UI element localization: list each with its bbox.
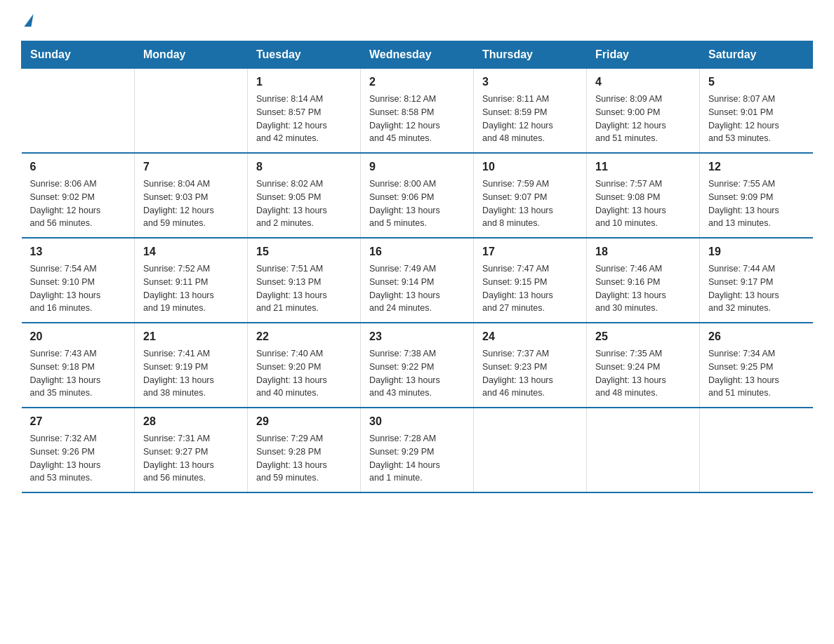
calendar-header-row: SundayMondayTuesdayWednesdayThursdayFrid…: [22, 41, 813, 69]
weekday-header-thursday: Thursday: [474, 41, 587, 69]
calendar-cell: 14Sunrise: 7:52 AMSunset: 9:11 PMDayligh…: [135, 238, 248, 323]
calendar-cell: 5Sunrise: 8:07 AMSunset: 9:01 PMDaylight…: [700, 69, 813, 154]
day-info: Sunrise: 8:14 AMSunset: 8:57 PMDaylight:…: [256, 93, 352, 145]
day-number: 3: [482, 76, 578, 88]
calendar-cell: 29Sunrise: 7:29 AMSunset: 9:28 PMDayligh…: [248, 408, 361, 492]
day-info: Sunrise: 8:00 AMSunset: 9:06 PMDaylight:…: [369, 177, 465, 230]
calendar-cell: 15Sunrise: 7:51 AMSunset: 9:13 PMDayligh…: [248, 238, 361, 323]
day-info: Sunrise: 7:28 AMSunset: 9:29 PMDaylight:…: [369, 432, 465, 485]
day-number: 4: [595, 76, 691, 88]
day-number: 30: [369, 415, 465, 428]
day-number: 26: [708, 330, 805, 343]
day-number: 16: [369, 246, 465, 258]
calendar-cell: 1Sunrise: 8:14 AMSunset: 8:57 PMDaylight…: [248, 69, 361, 154]
logo: [21, 14, 32, 27]
calendar-cell: 9Sunrise: 8:00 AMSunset: 9:06 PMDaylight…: [361, 153, 474, 238]
calendar-cell: [22, 69, 135, 154]
day-info: Sunrise: 7:59 AMSunset: 9:07 PMDaylight:…: [482, 177, 578, 230]
day-number: 2: [369, 76, 465, 88]
calendar-cell: 10Sunrise: 7:59 AMSunset: 9:07 PMDayligh…: [474, 153, 587, 238]
day-info: Sunrise: 7:41 AMSunset: 9:19 PMDaylight:…: [143, 347, 239, 400]
calendar-week-row: 20Sunrise: 7:43 AMSunset: 9:18 PMDayligh…: [22, 323, 813, 408]
calendar-cell: [474, 408, 587, 492]
day-number: 15: [256, 246, 352, 258]
calendar-cell: 27Sunrise: 7:32 AMSunset: 9:26 PMDayligh…: [22, 408, 135, 492]
calendar-week-row: 27Sunrise: 7:32 AMSunset: 9:26 PMDayligh…: [22, 408, 813, 492]
day-info: Sunrise: 7:35 AMSunset: 9:24 PMDaylight:…: [595, 347, 691, 400]
day-info: Sunrise: 7:37 AMSunset: 9:23 PMDaylight:…: [482, 347, 578, 400]
calendar-cell: 19Sunrise: 7:44 AMSunset: 9:17 PMDayligh…: [700, 238, 813, 323]
calendar-table: SundayMondayTuesdayWednesdayThursdayFrid…: [21, 41, 813, 493]
day-info: Sunrise: 7:46 AMSunset: 9:16 PMDaylight:…: [595, 262, 691, 315]
calendar-cell: 4Sunrise: 8:09 AMSunset: 9:00 PMDaylight…: [587, 69, 700, 154]
day-number: 1: [256, 76, 352, 88]
calendar-cell: 26Sunrise: 7:34 AMSunset: 9:25 PMDayligh…: [700, 323, 813, 408]
calendar-week-row: 6Sunrise: 8:06 AMSunset: 9:02 PMDaylight…: [22, 153, 813, 238]
weekday-header-sunday: Sunday: [22, 41, 135, 69]
day-number: 21: [143, 330, 239, 343]
day-info: Sunrise: 7:38 AMSunset: 9:22 PMDaylight:…: [369, 347, 465, 400]
day-number: 28: [143, 415, 239, 428]
calendar-cell: 28Sunrise: 7:31 AMSunset: 9:27 PMDayligh…: [135, 408, 248, 492]
calendar-cell: 17Sunrise: 7:47 AMSunset: 9:15 PMDayligh…: [474, 238, 587, 323]
calendar-cell: 12Sunrise: 7:55 AMSunset: 9:09 PMDayligh…: [700, 153, 813, 238]
day-number: 29: [256, 415, 352, 428]
calendar-cell: 6Sunrise: 8:06 AMSunset: 9:02 PMDaylight…: [22, 153, 135, 238]
day-info: Sunrise: 8:11 AMSunset: 8:59 PMDaylight:…: [482, 93, 578, 145]
calendar-cell: 2Sunrise: 8:12 AMSunset: 8:58 PMDaylight…: [361, 69, 474, 154]
day-info: Sunrise: 8:12 AMSunset: 8:58 PMDaylight:…: [369, 93, 465, 145]
calendar-week-row: 13Sunrise: 7:54 AMSunset: 9:10 PMDayligh…: [22, 238, 813, 323]
calendar-cell: 3Sunrise: 8:11 AMSunset: 8:59 PMDaylight…: [474, 69, 587, 154]
day-number: 27: [30, 415, 126, 428]
calendar-cell: 24Sunrise: 7:37 AMSunset: 9:23 PMDayligh…: [474, 323, 587, 408]
calendar-cell: [587, 408, 700, 492]
day-number: 17: [482, 246, 578, 258]
day-number: 19: [708, 246, 805, 258]
day-info: Sunrise: 8:06 AMSunset: 9:02 PMDaylight:…: [30, 177, 126, 230]
calendar-cell: 30Sunrise: 7:28 AMSunset: 9:29 PMDayligh…: [361, 408, 474, 492]
day-number: 22: [256, 330, 352, 343]
day-number: 13: [30, 246, 126, 258]
day-number: 9: [369, 161, 465, 173]
weekday-header-tuesday: Tuesday: [248, 41, 361, 69]
calendar-cell: 22Sunrise: 7:40 AMSunset: 9:20 PMDayligh…: [248, 323, 361, 408]
weekday-header-friday: Friday: [587, 41, 700, 69]
day-info: Sunrise: 7:51 AMSunset: 9:13 PMDaylight:…: [256, 262, 352, 315]
day-info: Sunrise: 7:31 AMSunset: 9:27 PMDaylight:…: [143, 432, 239, 485]
day-info: Sunrise: 8:04 AMSunset: 9:03 PMDaylight:…: [143, 177, 239, 230]
day-number: 23: [369, 330, 465, 343]
day-number: 6: [30, 161, 126, 173]
day-info: Sunrise: 7:52 AMSunset: 9:11 PMDaylight:…: [143, 262, 239, 315]
calendar-cell: 21Sunrise: 7:41 AMSunset: 9:19 PMDayligh…: [135, 323, 248, 408]
calendar-cell: 13Sunrise: 7:54 AMSunset: 9:10 PMDayligh…: [22, 238, 135, 323]
day-info: Sunrise: 7:32 AMSunset: 9:26 PMDaylight:…: [30, 432, 126, 485]
day-info: Sunrise: 7:55 AMSunset: 9:09 PMDaylight:…: [708, 177, 805, 230]
calendar-cell: 20Sunrise: 7:43 AMSunset: 9:18 PMDayligh…: [22, 323, 135, 408]
day-info: Sunrise: 7:49 AMSunset: 9:14 PMDaylight:…: [369, 262, 465, 315]
page-header: [21, 14, 813, 27]
day-number: 18: [595, 246, 691, 258]
calendar-cell: 8Sunrise: 8:02 AMSunset: 9:05 PMDaylight…: [248, 153, 361, 238]
day-number: 5: [708, 76, 805, 88]
day-info: Sunrise: 7:40 AMSunset: 9:20 PMDaylight:…: [256, 347, 352, 400]
calendar-cell: 16Sunrise: 7:49 AMSunset: 9:14 PMDayligh…: [361, 238, 474, 323]
weekday-header-monday: Monday: [135, 41, 248, 69]
day-number: 7: [143, 161, 239, 173]
day-info: Sunrise: 7:47 AMSunset: 9:15 PMDaylight:…: [482, 262, 578, 315]
day-info: Sunrise: 7:57 AMSunset: 9:08 PMDaylight:…: [595, 177, 691, 230]
day-number: 8: [256, 161, 352, 173]
day-info: Sunrise: 7:54 AMSunset: 9:10 PMDaylight:…: [30, 262, 126, 315]
calendar-cell: [135, 69, 248, 154]
day-number: 12: [708, 161, 805, 173]
day-number: 25: [595, 330, 691, 343]
weekday-header-saturday: Saturday: [700, 41, 813, 69]
calendar-cell: 25Sunrise: 7:35 AMSunset: 9:24 PMDayligh…: [587, 323, 700, 408]
day-info: Sunrise: 7:34 AMSunset: 9:25 PMDaylight:…: [708, 347, 805, 400]
calendar-cell: [700, 408, 813, 492]
day-info: Sunrise: 8:09 AMSunset: 9:00 PMDaylight:…: [595, 93, 691, 145]
day-number: 11: [595, 161, 691, 173]
day-info: Sunrise: 7:29 AMSunset: 9:28 PMDaylight:…: [256, 432, 352, 485]
calendar-cell: 11Sunrise: 7:57 AMSunset: 9:08 PMDayligh…: [587, 153, 700, 238]
day-number: 14: [143, 246, 239, 258]
calendar-week-row: 1Sunrise: 8:14 AMSunset: 8:57 PMDaylight…: [22, 69, 813, 154]
